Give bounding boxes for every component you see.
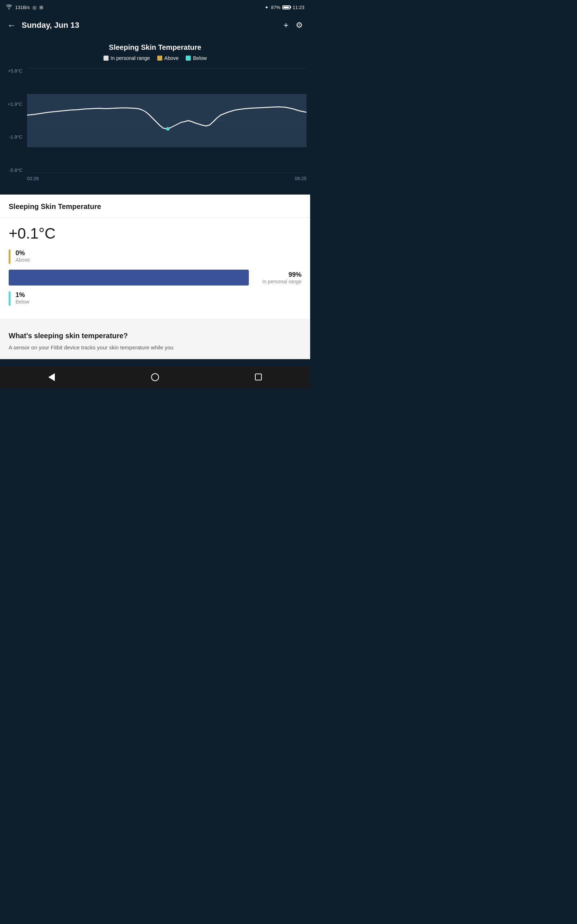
legend-range: In personal range [103,55,150,61]
nav-recent-button[interactable] [251,370,266,384]
chart-title: Sleeping Skin Temperature [0,43,310,52]
in-range-bar [9,270,249,286]
range-swatch [103,56,108,61]
below-swatch [186,56,191,61]
above-swatch [157,56,162,61]
above-text: 0% Above [16,249,30,263]
wifi-icon [6,4,12,10]
battery-icon [282,5,290,10]
chart-area: 02:26 06:25 [27,68,306,184]
in-range-row: 99% In personal range [9,270,301,286]
white-section: Sleeping Skin Temperature +0.1°C 0% Abov… [0,195,310,359]
in-range-right: 99% In personal range [255,271,301,284]
chart-y-labels: +5.8°C +1.9°C -1.9°C -5.8°C [3,68,25,173]
time-display: 11:23 [292,5,305,10]
header-right: + ⚙ [284,20,303,30]
nav-back-button[interactable] [44,370,59,384]
stats-section-title: Sleeping Skin Temperature [9,202,101,210]
status-bar: 131B/s ◎ ⊞ ✦ 87% 11:23 [0,0,310,15]
y-label-bottom: -5.8°C [3,168,25,173]
home-circle-icon [151,373,159,381]
settings-button[interactable]: ⚙ [296,21,303,30]
legend-below: Below [186,55,206,61]
chart-legend: In personal range Above Below [0,55,310,61]
legend-above-label: Above [164,55,179,61]
bottom-nav [0,366,310,388]
x-label-end: 06:25 [295,176,306,181]
add-button[interactable]: + [284,20,288,30]
above-percent: 0% [16,249,30,257]
battery-percent: 87% [271,5,280,10]
back-triangle-icon [48,373,55,381]
section-header: Sleeping Skin Temperature [0,195,310,218]
legend-range-label: In personal range [111,55,150,61]
svg-rect-5 [27,94,306,147]
below-percent: 1% [16,291,29,299]
in-range-label: In personal range [255,279,301,284]
header: ← Sunday, Jun 13 + ⚙ [0,15,310,36]
info-text: A sensor on your Fitbit device tracks yo… [9,344,301,352]
speed-display: 131B/s [15,5,29,10]
back-button[interactable]: ← [7,20,16,30]
status-right: ✦ 87% 11:23 [265,5,305,10]
page-title: Sunday, Jun 13 [22,21,79,30]
chart-x-labels: 02:26 06:25 [27,176,306,181]
stats-section: +0.1°C 0% Above 99% In personal range 1% [0,218,310,319]
chart-container: +5.8°C +1.9°C -1.9°C -5.8°C [3,68,306,184]
nav-home-button[interactable] [148,370,162,384]
below-label: Below [16,299,29,305]
grid-icon: ⊞ [39,5,43,10]
below-stat-row: 1% Below [9,291,301,306]
recent-square-icon [255,373,262,380]
location-icon: ◎ [32,5,36,10]
in-range-fill [9,270,246,286]
info-title: What's sleeping skin temperature? [9,332,301,340]
below-indicator [9,291,10,306]
y-label-lower: -1.9°C [3,134,25,140]
legend-below-label: Below [193,55,206,61]
above-label: Above [16,257,30,263]
svg-point-6 [166,127,170,131]
bluetooth-icon: ✦ [265,5,269,10]
above-stat-row: 0% Above [9,249,301,264]
chart-section: Sleeping Skin Temperature In personal ra… [0,36,310,195]
below-text: 1% Below [16,291,29,305]
in-range-percent: 99% [255,271,301,279]
chart-svg [27,68,306,173]
y-label-upper: +1.9°C [3,102,25,107]
legend-above: Above [157,55,179,61]
status-left: 131B/s ◎ ⊞ [6,4,43,10]
above-indicator [9,249,10,264]
info-section: What's sleeping skin temperature? A sens… [0,323,310,359]
header-left: ← Sunday, Jun 13 [7,20,79,30]
main-temperature: +0.1°C [9,225,301,242]
y-label-top: +5.8°C [3,68,25,74]
x-label-start: 02:26 [27,176,39,181]
